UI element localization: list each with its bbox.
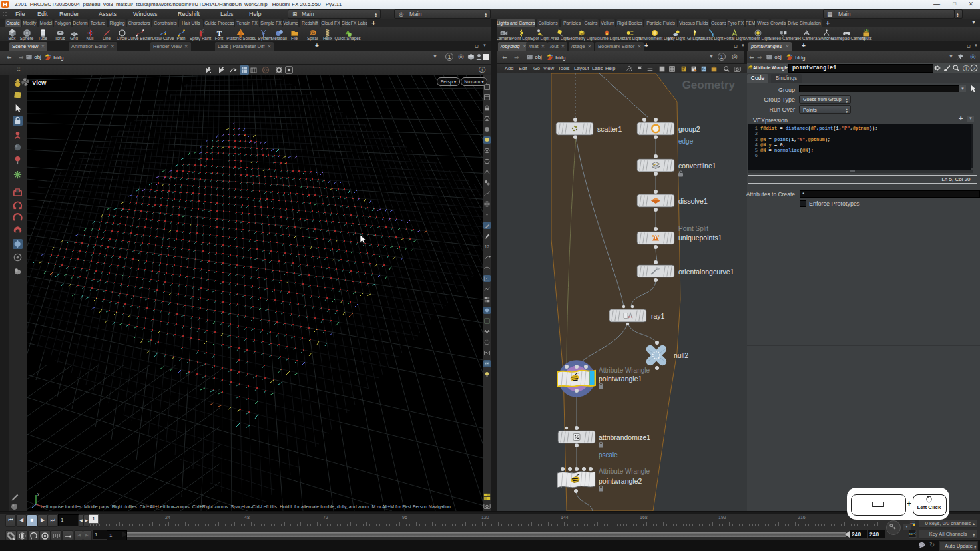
svg-text:Attribute Wrangle: Attribute Wrangle [599,367,650,374]
svg-text:attribrandomize1: attribrandomize1 [599,433,650,441]
svg-text:?: ? [973,66,975,71]
svg-text:Geometry: Geometry [682,79,736,91]
svg-text:ray1: ray1 [651,312,665,320]
svg-text:scatter1: scatter1 [597,125,622,133]
svg-text:y: y [37,492,39,496]
svg-text:pscale: pscale [599,451,618,459]
svg-text:dissolve1: dissolve1 [678,197,708,205]
svg-text:Point Split: Point Split [678,225,708,232]
svg-text:null2: null2 [674,351,688,359]
svg-text:edge: edge [678,138,694,145]
svg-text:Attribute Wrangle: Attribute Wrangle [599,468,650,475]
svg-text:convertline1: convertline1 [678,162,716,170]
svg-text:orientalongcurve1: orientalongcurve1 [678,268,734,276]
svg-text:group2: group2 [678,125,700,133]
svg-text:12: 12 [485,244,490,249]
svg-text:pointwrangle1: pointwrangle1 [599,375,642,383]
svg-text:pointwrangle2: pointwrangle2 [599,477,642,485]
svg-text:uniquepoints1: uniquepoints1 [678,234,722,242]
